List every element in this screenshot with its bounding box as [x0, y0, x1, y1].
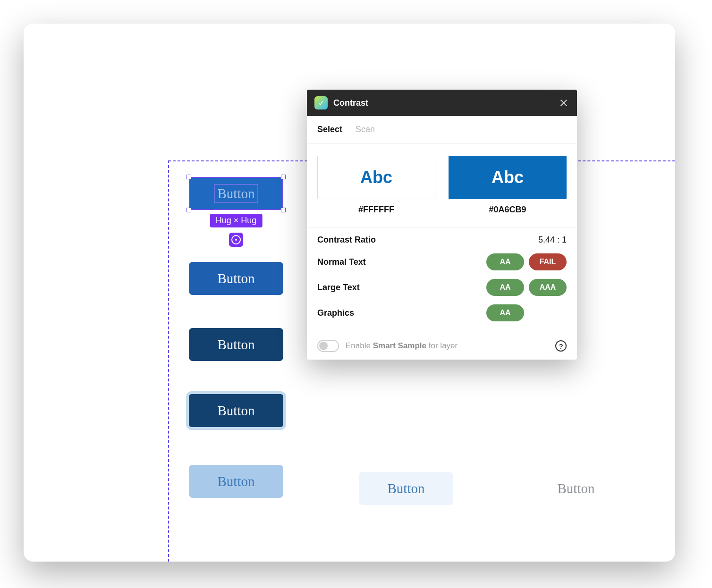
graphics-row: Graphics AA	[317, 304, 567, 321]
pill-spacer	[529, 304, 567, 321]
large-aaa-pill: AAA	[529, 279, 567, 296]
contrast-ratio-value: 5.44 : 1	[538, 235, 567, 245]
large-text-label: Large Text	[317, 283, 486, 293]
canvas-bottom-row: Button Button	[359, 472, 623, 505]
footer-for-layer: for layer	[429, 341, 458, 350]
graphics-aa-pill: AA	[486, 304, 524, 321]
foreground-hex-label: #FFFFFF	[317, 205, 435, 215]
resize-handle-top-left[interactable]	[186, 175, 191, 179]
tab-select[interactable]: Select	[317, 125, 342, 134]
canvas-button-focused[interactable]: Button	[189, 394, 283, 427]
resize-handle-bottom-left[interactable]	[186, 208, 191, 212]
normal-text-label: Normal Text	[317, 257, 486, 267]
footer-smart-sample: Smart Sample	[373, 341, 426, 350]
background-swatch[interactable]: Abc	[449, 156, 567, 199]
panel-footer: Enable Smart Sample for layer ?	[307, 332, 577, 360]
smart-sample-label: Enable Smart Sample for layer	[346, 341, 458, 351]
graphics-pills: AA	[486, 304, 567, 321]
app-icon: ✓	[314, 96, 328, 109]
canvas-button-column: Button Hug × Hug Button Button Button Bu…	[189, 177, 283, 498]
dimensions-pill: Hug × Hug	[210, 214, 263, 227]
footer-enable: Enable	[346, 341, 371, 350]
background-hex-label: #0A6CB9	[449, 205, 567, 215]
canvas-button-text[interactable]: Button	[529, 472, 623, 505]
canvas-button-disabled[interactable]: Button	[189, 465, 283, 498]
foreground-swatch[interactable]: Abc	[317, 156, 435, 199]
panel-header: ✓ Contrast	[307, 90, 577, 116]
app-window: Button Hug × Hug Button Button Button Bu…	[24, 24, 675, 562]
selected-button-wrapper[interactable]: Button Hug × Hug	[189, 177, 283, 210]
metrics-section: Contrast Ratio 5.44 : 1 Normal Text AA F…	[307, 227, 577, 332]
canvas-button[interactable]: Button	[189, 328, 283, 361]
swatch-row: Abc #FFFFFF Abc #0A6CB9	[307, 143, 577, 223]
normal-text-row: Normal Text AA FAIL	[317, 253, 567, 270]
normal-text-pills: AA FAIL	[486, 253, 567, 270]
selected-text-box[interactable]: Button	[214, 185, 258, 203]
help-icon[interactable]: ?	[555, 340, 567, 352]
contrast-panel: ✓ Contrast Select Scan Abc #FFFFFF Abc #…	[307, 90, 577, 360]
resize-handle-bottom-right[interactable]	[281, 208, 286, 212]
canvas-button-ghost[interactable]: Button	[359, 472, 453, 505]
resize-handle-top-right[interactable]	[281, 175, 286, 179]
large-text-row: Large Text AA AAA	[317, 279, 567, 296]
large-aa-pill: AA	[486, 279, 524, 296]
graphics-label: Graphics	[317, 308, 486, 318]
canvas-button[interactable]: Button	[189, 262, 283, 295]
foreground-swatch-col: Abc #FFFFFF	[317, 156, 435, 215]
panel-tabs: Select Scan	[307, 116, 577, 143]
tab-scan[interactable]: Scan	[356, 125, 375, 134]
canvas-button-selected[interactable]: Button	[189, 177, 283, 210]
large-text-pills: AA AAA	[486, 279, 567, 296]
panel-title: Contrast	[333, 98, 552, 108]
target-icon[interactable]	[229, 233, 243, 247]
contrast-ratio-label: Contrast Ratio	[317, 235, 538, 245]
contrast-ratio-row: Contrast Ratio 5.44 : 1	[317, 235, 567, 245]
background-swatch-col: Abc #0A6CB9	[449, 156, 567, 215]
normal-aa-pill: AA	[486, 253, 524, 270]
normal-aaa-pill: FAIL	[529, 253, 567, 270]
close-icon[interactable]	[558, 97, 569, 109]
smart-sample-toggle[interactable]	[317, 340, 339, 352]
